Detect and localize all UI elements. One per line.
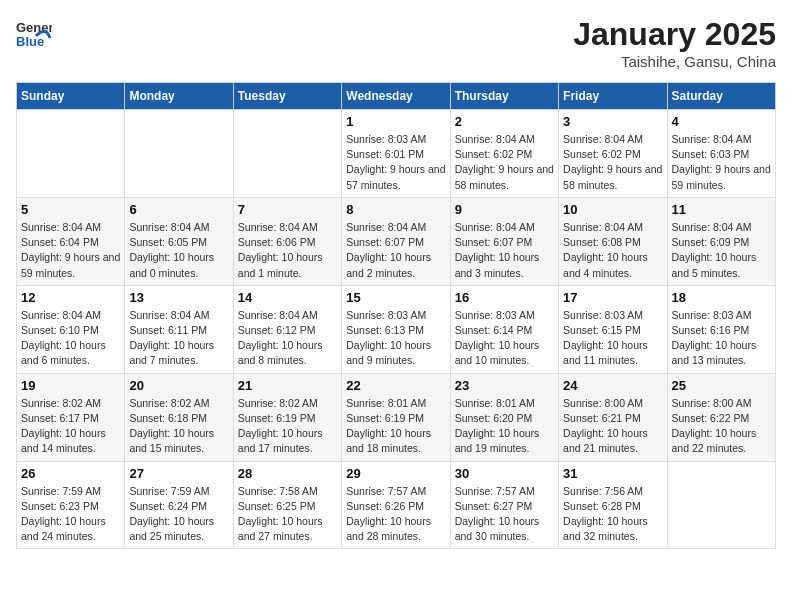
day-number: 2 — [455, 114, 554, 129]
logo-icon: General Blue — [16, 16, 52, 56]
calendar-cell: 26Sunrise: 7:59 AMSunset: 6:23 PMDayligh… — [17, 461, 125, 549]
weekday-header-monday: Monday — [125, 83, 233, 110]
calendar-cell: 6Sunrise: 8:04 AMSunset: 6:05 PMDaylight… — [125, 197, 233, 285]
page-header: General Blue January 2025 Taishihe, Gans… — [16, 16, 776, 70]
calendar-cell: 17Sunrise: 8:03 AMSunset: 6:15 PMDayligh… — [559, 285, 667, 373]
calendar-cell: 15Sunrise: 8:03 AMSunset: 6:13 PMDayligh… — [342, 285, 450, 373]
calendar-cell: 28Sunrise: 7:58 AMSunset: 6:25 PMDayligh… — [233, 461, 341, 549]
calendar-cell: 18Sunrise: 8:03 AMSunset: 6:16 PMDayligh… — [667, 285, 775, 373]
day-info: Sunrise: 8:02 AMSunset: 6:17 PMDaylight:… — [21, 396, 120, 457]
calendar-cell: 9Sunrise: 8:04 AMSunset: 6:07 PMDaylight… — [450, 197, 558, 285]
day-info: Sunrise: 7:59 AMSunset: 6:23 PMDaylight:… — [21, 484, 120, 545]
month-title: January 2025 — [573, 16, 776, 53]
svg-text:Blue: Blue — [16, 34, 44, 49]
day-info: Sunrise: 8:03 AMSunset: 6:15 PMDaylight:… — [563, 308, 662, 369]
calendar-cell: 1Sunrise: 8:03 AMSunset: 6:01 PMDaylight… — [342, 110, 450, 198]
calendar-cell — [17, 110, 125, 198]
day-number: 5 — [21, 202, 120, 217]
day-number: 15 — [346, 290, 445, 305]
day-info: Sunrise: 8:04 AMSunset: 6:02 PMDaylight:… — [563, 132, 662, 193]
day-info: Sunrise: 8:00 AMSunset: 6:21 PMDaylight:… — [563, 396, 662, 457]
day-number: 1 — [346, 114, 445, 129]
day-number: 31 — [563, 466, 662, 481]
day-info: Sunrise: 8:03 AMSunset: 6:16 PMDaylight:… — [672, 308, 771, 369]
calendar-cell: 10Sunrise: 8:04 AMSunset: 6:08 PMDayligh… — [559, 197, 667, 285]
calendar-cell: 31Sunrise: 7:56 AMSunset: 6:28 PMDayligh… — [559, 461, 667, 549]
day-number: 10 — [563, 202, 662, 217]
day-info: Sunrise: 8:02 AMSunset: 6:19 PMDaylight:… — [238, 396, 337, 457]
calendar-cell: 27Sunrise: 7:59 AMSunset: 6:24 PMDayligh… — [125, 461, 233, 549]
calendar-cell: 2Sunrise: 8:04 AMSunset: 6:02 PMDaylight… — [450, 110, 558, 198]
day-info: Sunrise: 8:04 AMSunset: 6:09 PMDaylight:… — [672, 220, 771, 281]
calendar-cell — [233, 110, 341, 198]
weekday-header-thursday: Thursday — [450, 83, 558, 110]
day-number: 20 — [129, 378, 228, 393]
calendar-cell: 12Sunrise: 8:04 AMSunset: 6:10 PMDayligh… — [17, 285, 125, 373]
day-number: 11 — [672, 202, 771, 217]
weekday-header-friday: Friday — [559, 83, 667, 110]
day-info: Sunrise: 7:56 AMSunset: 6:28 PMDaylight:… — [563, 484, 662, 545]
day-number: 24 — [563, 378, 662, 393]
calendar-cell: 23Sunrise: 8:01 AMSunset: 6:20 PMDayligh… — [450, 373, 558, 461]
calendar-cell: 29Sunrise: 7:57 AMSunset: 6:26 PMDayligh… — [342, 461, 450, 549]
day-info: Sunrise: 8:04 AMSunset: 6:07 PMDaylight:… — [346, 220, 445, 281]
day-info: Sunrise: 8:04 AMSunset: 6:11 PMDaylight:… — [129, 308, 228, 369]
day-number: 16 — [455, 290, 554, 305]
calendar-cell: 5Sunrise: 8:04 AMSunset: 6:04 PMDaylight… — [17, 197, 125, 285]
day-info: Sunrise: 8:04 AMSunset: 6:05 PMDaylight:… — [129, 220, 228, 281]
calendar-cell — [667, 461, 775, 549]
day-number: 27 — [129, 466, 228, 481]
day-info: Sunrise: 8:03 AMSunset: 6:01 PMDaylight:… — [346, 132, 445, 193]
calendar-cell: 19Sunrise: 8:02 AMSunset: 6:17 PMDayligh… — [17, 373, 125, 461]
day-info: Sunrise: 8:04 AMSunset: 6:10 PMDaylight:… — [21, 308, 120, 369]
day-info: Sunrise: 8:01 AMSunset: 6:20 PMDaylight:… — [455, 396, 554, 457]
weekday-header-wednesday: Wednesday — [342, 83, 450, 110]
day-info: Sunrise: 8:04 AMSunset: 6:06 PMDaylight:… — [238, 220, 337, 281]
calendar-cell: 3Sunrise: 8:04 AMSunset: 6:02 PMDaylight… — [559, 110, 667, 198]
day-number: 28 — [238, 466, 337, 481]
location-title: Taishihe, Gansu, China — [573, 53, 776, 70]
calendar-cell: 8Sunrise: 8:04 AMSunset: 6:07 PMDaylight… — [342, 197, 450, 285]
day-info: Sunrise: 7:58 AMSunset: 6:25 PMDaylight:… — [238, 484, 337, 545]
day-number: 19 — [21, 378, 120, 393]
day-info: Sunrise: 7:57 AMSunset: 6:27 PMDaylight:… — [455, 484, 554, 545]
title-block: January 2025 Taishihe, Gansu, China — [573, 16, 776, 70]
day-number: 9 — [455, 202, 554, 217]
calendar-cell: 21Sunrise: 8:02 AMSunset: 6:19 PMDayligh… — [233, 373, 341, 461]
calendar-cell: 7Sunrise: 8:04 AMSunset: 6:06 PMDaylight… — [233, 197, 341, 285]
calendar-cell: 16Sunrise: 8:03 AMSunset: 6:14 PMDayligh… — [450, 285, 558, 373]
weekday-header-sunday: Sunday — [17, 83, 125, 110]
calendar-cell — [125, 110, 233, 198]
day-info: Sunrise: 8:03 AMSunset: 6:13 PMDaylight:… — [346, 308, 445, 369]
day-info: Sunrise: 8:04 AMSunset: 6:03 PMDaylight:… — [672, 132, 771, 193]
day-number: 4 — [672, 114, 771, 129]
day-number: 3 — [563, 114, 662, 129]
weekday-header-saturday: Saturday — [667, 83, 775, 110]
day-info: Sunrise: 8:04 AMSunset: 6:04 PMDaylight:… — [21, 220, 120, 281]
day-info: Sunrise: 8:04 AMSunset: 6:12 PMDaylight:… — [238, 308, 337, 369]
day-info: Sunrise: 8:04 AMSunset: 6:07 PMDaylight:… — [455, 220, 554, 281]
day-number: 21 — [238, 378, 337, 393]
day-number: 26 — [21, 466, 120, 481]
calendar-cell: 4Sunrise: 8:04 AMSunset: 6:03 PMDaylight… — [667, 110, 775, 198]
day-number: 8 — [346, 202, 445, 217]
calendar-cell: 22Sunrise: 8:01 AMSunset: 6:19 PMDayligh… — [342, 373, 450, 461]
calendar-cell: 20Sunrise: 8:02 AMSunset: 6:18 PMDayligh… — [125, 373, 233, 461]
calendar-cell: 11Sunrise: 8:04 AMSunset: 6:09 PMDayligh… — [667, 197, 775, 285]
calendar-cell: 25Sunrise: 8:00 AMSunset: 6:22 PMDayligh… — [667, 373, 775, 461]
day-number: 12 — [21, 290, 120, 305]
calendar-cell: 24Sunrise: 8:00 AMSunset: 6:21 PMDayligh… — [559, 373, 667, 461]
day-info: Sunrise: 8:00 AMSunset: 6:22 PMDaylight:… — [672, 396, 771, 457]
day-info: Sunrise: 8:01 AMSunset: 6:19 PMDaylight:… — [346, 396, 445, 457]
calendar-cell: 13Sunrise: 8:04 AMSunset: 6:11 PMDayligh… — [125, 285, 233, 373]
day-number: 14 — [238, 290, 337, 305]
day-number: 13 — [129, 290, 228, 305]
day-info: Sunrise: 8:04 AMSunset: 6:08 PMDaylight:… — [563, 220, 662, 281]
day-number: 22 — [346, 378, 445, 393]
day-info: Sunrise: 8:03 AMSunset: 6:14 PMDaylight:… — [455, 308, 554, 369]
logo: General Blue — [16, 16, 52, 56]
calendar-cell: 30Sunrise: 7:57 AMSunset: 6:27 PMDayligh… — [450, 461, 558, 549]
day-number: 25 — [672, 378, 771, 393]
day-info: Sunrise: 7:59 AMSunset: 6:24 PMDaylight:… — [129, 484, 228, 545]
day-number: 30 — [455, 466, 554, 481]
